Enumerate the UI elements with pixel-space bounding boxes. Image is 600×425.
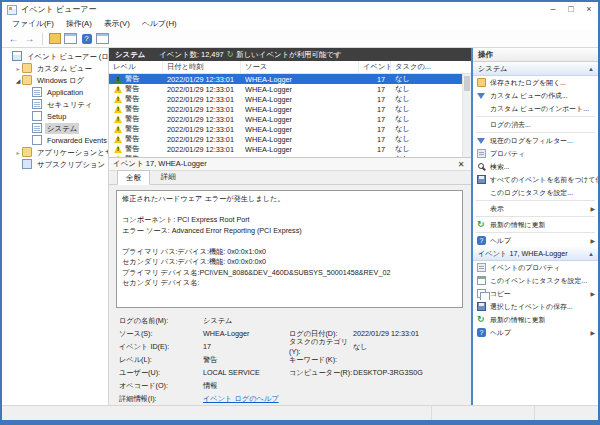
tree-item-setup[interactable]: Setup [2, 110, 108, 122]
tab-details[interactable]: 詳細 [152, 169, 185, 184]
action-find[interactable]: 検索... [473, 160, 598, 173]
scrollbar-thumb[interactable] [464, 76, 470, 91]
action-save-all-events-as[interactable]: すべてのイベントを名前をつけて保存... [473, 173, 598, 186]
event-row[interactable]: 警告2022/01/29 12:33:01WHEA-Logger17なし [109, 114, 462, 124]
field-label: ユーザー(U): [119, 368, 203, 378]
menu-item[interactable]: ヘルプ(H) [136, 17, 183, 30]
console-tree-icon[interactable] [63, 32, 78, 46]
action-help-event[interactable]: ヘルプ▶ [473, 326, 598, 339]
action-create-custom-view[interactable]: カスタム ビューの作成... [473, 89, 598, 102]
new-events-refresh-icon[interactable]: ↻ [227, 50, 234, 59]
datetime-cell: 2022/01/29 12:33:01 [163, 75, 241, 84]
action-refresh[interactable]: 最新の情報に更新 [473, 218, 598, 231]
event-row[interactable]: 警告2022/01/29 12:33:01WHEA-Logger17なし [109, 134, 462, 144]
minimize-button[interactable]: – [544, 2, 562, 17]
props-icon [477, 149, 486, 158]
event-row[interactable]: 警告2022/01/29 12:33:01WHEA-Logger17なし [109, 74, 462, 84]
submenu-arrow-icon: ▶ [590, 329, 598, 336]
event-viewer-window: イベント ビューアー – □ × ファイル(F)操作(A)表示(V)ヘルプ(H)… [0, 0, 600, 425]
column-header[interactable]: ソース [241, 61, 359, 73]
forward-icon[interactable]: → [22, 32, 37, 46]
collapse-icon[interactable]: ▲ [588, 251, 594, 257]
export-log-icon[interactable] [47, 32, 62, 46]
status-section [431, 406, 534, 420]
tree-item-subscriptions[interactable]: サブスクリプション [2, 158, 108, 170]
action-copy[interactable]: コピー▶ [473, 287, 598, 300]
tree-item-windows-logs[interactable]: ◢Windows ログ [2, 74, 108, 86]
menu-item[interactable]: 操作(A) [60, 17, 98, 30]
action-attach-task-to-event[interactable]: このイベントにタスクを設定... [473, 274, 598, 287]
task-cell: なし [391, 124, 462, 134]
event-row[interactable]: 警告2022/01/29 12:33:01WHEA-Logger17なし [109, 144, 462, 154]
tab-general[interactable]: 全般 [117, 170, 150, 185]
level-text: 警告 [125, 124, 140, 134]
action-attach-task-to-log[interactable]: このログにタスクを設定... [473, 186, 598, 199]
action-refresh-event[interactable]: 最新の情報に更新 [473, 313, 598, 326]
back-icon[interactable]: ← [6, 32, 21, 46]
action-clear-log[interactable]: ログの消去... [473, 118, 598, 131]
action-item-label: 現在のログをフィルター... [490, 136, 598, 146]
datetime-cell: 2022/01/29 12:33:01 [163, 115, 241, 124]
action-item-label: コピー [490, 289, 590, 299]
action-event-properties[interactable]: イベントのプロパティ [473, 261, 598, 274]
action-import-custom-view[interactable]: カスタム ビューのインポート... [473, 102, 598, 115]
action-pane-icon[interactable] [95, 32, 110, 46]
tree-item-app-services-logs[interactable]: ▸アプリケーションとサービス ログ [2, 146, 108, 158]
level-cell: 警告 [109, 104, 163, 114]
tree-item-custom-views[interactable]: ▸カスタム ビュー [2, 62, 108, 74]
folder-icon [22, 63, 32, 73]
tree-item-security[interactable]: セキュリティ [2, 98, 108, 110]
collapsed-icon[interactable]: ▸ [14, 65, 22, 72]
action-open-saved-log[interactable]: 保存されたログを開く... [473, 76, 598, 89]
action-divider [476, 232, 595, 233]
field-value: DESKTOP-3RG3S0G [353, 368, 471, 377]
help-icon [477, 236, 486, 245]
log-icon [22, 159, 32, 169]
action-section-header[interactable]: イベント 17, WHEA-Logger▲ [473, 247, 598, 261]
warning-icon [114, 95, 122, 103]
event-row[interactable]: 警告2022/01/29 12:33:01WHEA-Logger17なし [109, 124, 462, 134]
collapsed-icon[interactable]: ▸ [14, 149, 22, 156]
tree-item-event-viewer-root[interactable]: イベント ビューアー (ローカル) [2, 50, 108, 62]
menu-item[interactable]: ファイル(F) [6, 17, 60, 30]
warning-icon [114, 125, 122, 133]
close-icon[interactable]: ✕ [455, 160, 467, 169]
action-item-label: 最新の情報に更新 [490, 315, 598, 325]
tree-item-forwarded-events[interactable]: Forwarded Events [2, 134, 108, 146]
event-row[interactable]: 警告2022/01/29 12:33:01WHEA-Logger17なし [109, 154, 462, 157]
event-row[interactable]: 警告2022/01/29 12:33:01WHEA-Logger17なし [109, 104, 462, 114]
column-header[interactable]: レベル [109, 61, 163, 73]
log-icon [32, 111, 42, 121]
action-properties[interactable]: プロパティ [473, 147, 598, 160]
event-id-cell: 17 [359, 155, 391, 158]
source-cell: WHEA-Logger [241, 125, 359, 134]
action-section-title: システム [478, 64, 588, 74]
menu-item[interactable]: 表示(V) [98, 17, 136, 30]
submenu-arrow-icon: ▶ [590, 237, 598, 244]
description-line: セカンダリ バス:デバイス:機能: 0x0:0x0:0x0 [122, 257, 457, 268]
event-list-scrollbar[interactable] [462, 74, 471, 157]
event-row[interactable]: 警告2022/01/29 12:33:01WHEA-Logger17なし [109, 94, 462, 104]
action-filter-current-log[interactable]: 現在のログをフィルター... [473, 134, 598, 147]
level-text: 警告 [125, 94, 140, 104]
action-divider [476, 200, 595, 201]
log-icon [32, 123, 42, 133]
help-icon[interactable] [79, 32, 94, 46]
collapse-icon[interactable]: ▲ [588, 66, 594, 72]
event-log-help-link[interactable]: イベント ログのヘルプ [203, 394, 289, 404]
close-button[interactable]: × [580, 2, 598, 17]
status-bar [2, 405, 598, 420]
action-save-selected-events[interactable]: 選択したイベントの保存... [473, 300, 598, 313]
maximize-button[interactable]: □ [562, 2, 580, 17]
action-view[interactable]: 表示▶ [473, 202, 598, 215]
expanded-icon[interactable]: ◢ [14, 77, 22, 84]
action-help[interactable]: ヘルプ▶ [473, 234, 598, 247]
description-line: エラー ソース: Advanced Error Reporting (PCI E… [122, 226, 457, 237]
action-section-header[interactable]: システム▲ [473, 62, 598, 76]
tree-item-system[interactable]: システム [2, 122, 108, 134]
tree-item-application[interactable]: Application [2, 86, 108, 98]
column-header[interactable]: 日付と時刻 [163, 61, 241, 73]
column-header[interactable]: イベント ... [359, 61, 391, 73]
event-row[interactable]: 警告2022/01/29 12:33:01WHEA-Logger17なし [109, 84, 462, 94]
column-header[interactable]: タスクの... [391, 61, 471, 73]
